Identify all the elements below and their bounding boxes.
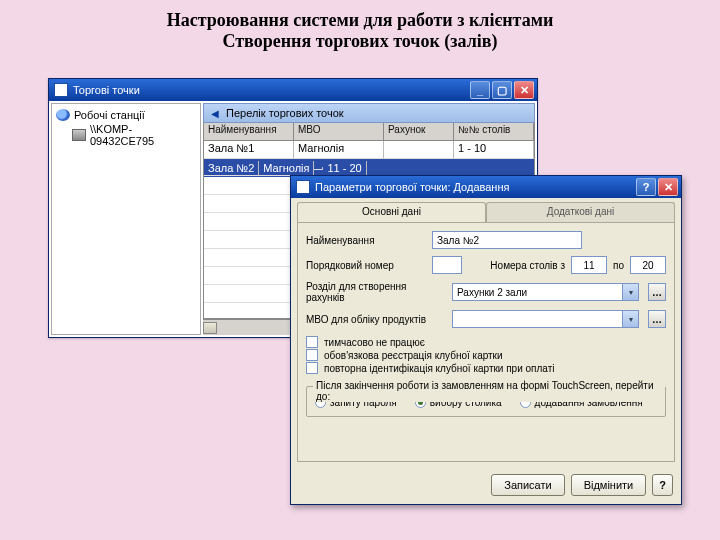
- close-button[interactable]: ✕: [514, 81, 534, 99]
- section-select-value[interactable]: Рахунки 2 зали: [452, 283, 623, 301]
- titlebar-main[interactable]: Торгові точки _ ▢ ✕: [49, 79, 537, 101]
- mvo-select-arrow chevron-down-icon[interactable]: ▾: [623, 310, 639, 328]
- table-cell: [204, 213, 294, 231]
- page-heading: Настроювання системи для работи з клієнт…: [0, 0, 720, 56]
- table-cell: [204, 231, 294, 249]
- right-pane-title: Перелік торгових точок: [226, 107, 344, 119]
- save-button[interactable]: Записати: [491, 474, 564, 496]
- table-cell: [204, 303, 294, 319]
- tree-root[interactable]: Робочі станції: [56, 108, 196, 122]
- tab-main[interactable]: Основні дані: [297, 202, 486, 222]
- table-cell: Зала №2: [204, 161, 259, 176]
- label-section: Розділ для створення рахунків: [306, 281, 446, 303]
- label-order: Порядковий номер: [306, 260, 426, 271]
- name-input[interactable]: [432, 231, 582, 249]
- right-pane-header: ◀ Перелік торгових точок: [203, 103, 535, 123]
- cancel-button[interactable]: Відмінити: [571, 474, 647, 496]
- globe-icon: [56, 109, 70, 121]
- table-header: Найменування МВО Рахунок №№ столів: [204, 123, 534, 141]
- tree-node[interactable]: \\KOMP-09432CE795: [56, 122, 196, 148]
- app-icon: [54, 83, 68, 97]
- label-tables-to: по: [613, 260, 624, 271]
- order-input[interactable]: [432, 256, 462, 274]
- table-cell: [204, 177, 294, 195]
- table-cell: 11 - 20: [323, 161, 366, 176]
- tree-node-label: \\KOMP-09432CE795: [90, 123, 196, 147]
- col-mvo: МВО: [294, 123, 384, 141]
- label-cb1: тимчасово не працює: [324, 337, 425, 348]
- table-cell: Зала №1: [204, 141, 294, 159]
- maximize-button[interactable]: ▢: [492, 81, 512, 99]
- mvo-select-value[interactable]: [452, 310, 623, 328]
- window-title: Торгові точки: [73, 84, 140, 96]
- dialog-title: Параметри торгової точки: Додавання: [315, 181, 509, 193]
- col-acct: Рахунок: [384, 123, 454, 141]
- table-cell: [314, 167, 323, 170]
- col-tables: №№ столів: [454, 123, 534, 141]
- dialog-icon: [296, 180, 310, 194]
- dialog-point-params: Параметри торгової точки: Додавання ? ✕ …: [290, 175, 682, 505]
- tab-panel-main: Найменування Порядковий номер Номера сто…: [297, 222, 675, 462]
- minimize-button[interactable]: _: [470, 81, 490, 99]
- dialog-buttons: Записати Відмінити ?: [291, 468, 681, 504]
- tree-pane: Робочі станції \\KOMP-09432CE795: [51, 103, 201, 335]
- computer-icon: [72, 129, 86, 141]
- collapse-icon[interactable]: ◀: [208, 106, 222, 120]
- table-cell: [384, 141, 454, 159]
- table-cell: [204, 285, 294, 303]
- checkbox-clubcard-required[interactable]: [306, 349, 318, 361]
- dialog-tabs: Основні дані Додаткові дані: [297, 202, 675, 222]
- help-titlebar-button[interactable]: ?: [636, 178, 656, 196]
- heading-line1: Настроювання системи для работи з клієнт…: [167, 10, 554, 30]
- label-cb2: обов'язкова реєстрація клубної картки: [324, 350, 503, 361]
- tree-root-label: Робочі станції: [74, 109, 145, 121]
- dialog-close-button[interactable]: ✕: [658, 178, 678, 196]
- tables-from-input[interactable]: [571, 256, 607, 274]
- table-cell: [204, 267, 294, 285]
- heading-line2: Створення торгових точок (залів): [0, 31, 720, 52]
- mvo-browse-button[interactable]: …: [648, 310, 666, 328]
- table-cell: Магнолія: [294, 141, 384, 159]
- section-select-arrow chevron-down-icon[interactable]: ▾: [623, 283, 639, 301]
- checkbox-inactive[interactable]: [306, 336, 318, 348]
- label-tables-from: Номера столів з: [490, 260, 565, 271]
- table-cell: Магнолія: [259, 161, 314, 176]
- label-mvo: МВО для обліку продуктів: [306, 314, 446, 325]
- label-name: Найменування: [306, 235, 426, 246]
- tab-extra[interactable]: Додаткові дані: [486, 202, 675, 222]
- col-name: Найменування: [204, 123, 294, 141]
- help-button[interactable]: ?: [652, 474, 673, 496]
- after-order-group: Після закінчення роботи із замовленням н…: [306, 386, 666, 417]
- table-cell: [204, 249, 294, 267]
- table-cell: [204, 195, 294, 213]
- table-row[interactable]: Зала №1Магнолія1 - 10: [204, 141, 534, 159]
- tables-to-input[interactable]: [630, 256, 666, 274]
- checkbox-clubcard-reid[interactable]: [306, 362, 318, 374]
- group-legend: Після закінчення роботи із замовленням н…: [313, 380, 665, 402]
- table-cell: 1 - 10: [454, 141, 534, 159]
- section-browse-button[interactable]: …: [648, 283, 666, 301]
- label-cb3: повторна ідентифікація клубної картки пр…: [324, 363, 555, 374]
- scroll-thumb[interactable]: [203, 322, 217, 334]
- titlebar-dialog[interactable]: Параметри торгової точки: Додавання ? ✕: [291, 176, 681, 198]
